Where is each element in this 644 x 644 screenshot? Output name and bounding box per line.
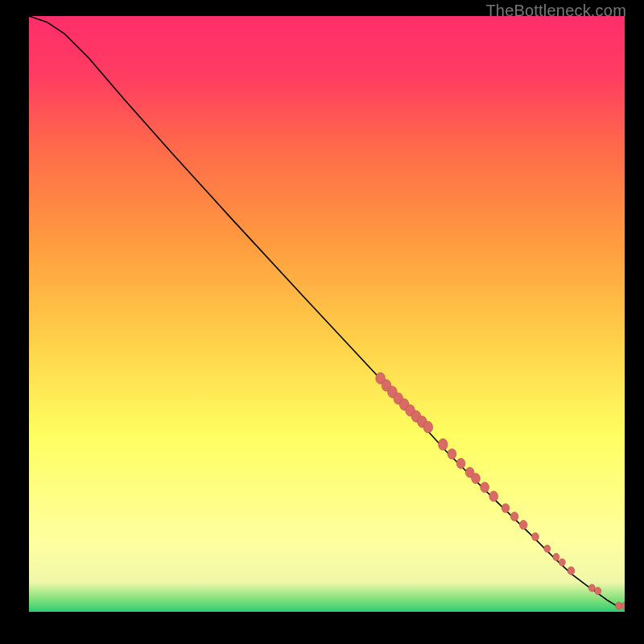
data-dot bbox=[456, 458, 465, 469]
data-dot bbox=[411, 411, 421, 422]
data-dot bbox=[616, 602, 622, 609]
data-dot bbox=[399, 398, 409, 410]
chart-frame: TheBottleneck.com bbox=[0, 0, 644, 644]
data-dot bbox=[465, 467, 474, 477]
data-dot bbox=[423, 421, 433, 432]
data-dot bbox=[568, 567, 575, 575]
data-dot bbox=[439, 439, 448, 450]
data-dot bbox=[382, 380, 391, 391]
data-dot bbox=[388, 386, 398, 398]
data-dot bbox=[532, 533, 539, 541]
data-dot bbox=[394, 393, 403, 404]
data-dot bbox=[472, 473, 481, 484]
chart-overlay bbox=[29, 16, 625, 612]
data-dot bbox=[553, 553, 559, 560]
data-dots bbox=[376, 373, 625, 609]
data-dot bbox=[448, 449, 456, 460]
data-dot bbox=[489, 491, 498, 502]
data-dot bbox=[481, 482, 489, 493]
bottleneck-curve bbox=[29, 16, 625, 606]
data-dot bbox=[595, 588, 601, 595]
data-dot bbox=[519, 520, 527, 529]
data-dot bbox=[588, 584, 595, 592]
data-dot bbox=[544, 545, 551, 552]
plot-area bbox=[29, 16, 625, 612]
data-dot bbox=[559, 559, 565, 566]
data-dot bbox=[502, 504, 510, 513]
data-dot bbox=[376, 373, 386, 384]
data-dot bbox=[510, 512, 518, 521]
data-dot bbox=[406, 405, 415, 416]
data-dot bbox=[418, 416, 427, 427]
data-dot bbox=[621, 602, 625, 609]
